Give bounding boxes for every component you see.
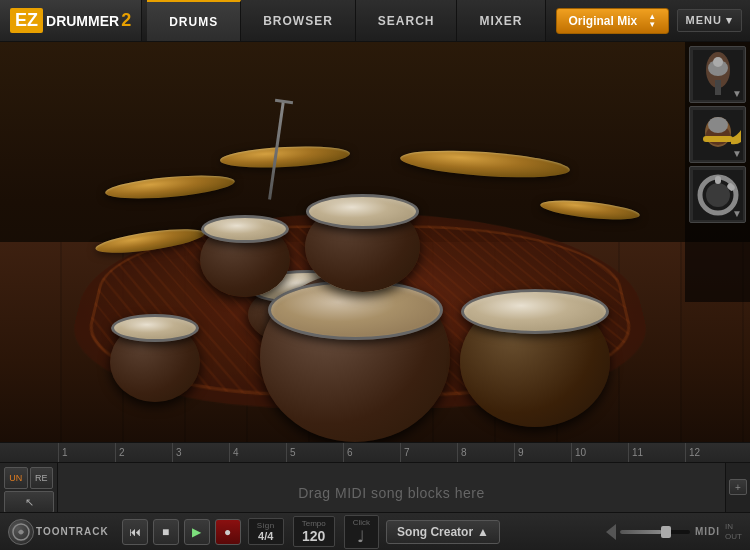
mix-name-label: Original Mix	[569, 14, 638, 28]
play-button[interactable]: ▶	[184, 519, 210, 545]
volume-control	[606, 524, 690, 540]
thumb-arrow-icon-2: ▼	[732, 148, 742, 159]
volume-thumb[interactable]	[661, 526, 671, 538]
app-logo: EZ DRUMMER 2	[0, 0, 142, 41]
tom1-head[interactable]	[201, 215, 289, 243]
tempo-display: Tempo 120	[293, 516, 335, 547]
svg-rect-9	[703, 136, 733, 142]
stop-button[interactable]: ■	[153, 519, 179, 545]
stop-icon: ■	[162, 525, 169, 539]
nav-tabs: DRUMS BROWSER SEARCH MIXER	[147, 0, 545, 41]
scroll-up-button[interactable]: +	[729, 479, 747, 495]
floor-tom-head[interactable]	[461, 289, 609, 334]
ride-cymbal[interactable]	[399, 146, 570, 182]
crash-cymbal-left[interactable]	[104, 171, 235, 202]
thumb-arrow-icon-3: ▼	[732, 208, 742, 219]
logo-2-text: 2	[121, 10, 131, 31]
ruler-mark-2: 2	[115, 443, 172, 463]
ruler-mark-4: 4	[229, 443, 286, 463]
select-icon: ↖	[25, 496, 34, 509]
volume-slider[interactable]	[620, 530, 690, 534]
song-creator-arrow-icon: ▲	[477, 525, 489, 539]
time-sig-label: Sign	[257, 521, 275, 530]
time-signature-display: Sign 4/4	[248, 518, 284, 545]
mix-selector[interactable]: Original Mix ▲ ▼	[556, 8, 670, 34]
click-label: Click	[353, 518, 370, 527]
record-icon: ●	[224, 525, 231, 539]
drum-kit-area: ▼ ▼ ▼	[0, 42, 750, 442]
crash-cymbal-center[interactable]	[220, 144, 351, 171]
crash-cymbal-right[interactable]	[539, 197, 640, 223]
time-sig-value: 4/4	[258, 530, 273, 542]
small-tom-head[interactable]	[111, 314, 199, 342]
ruler-mark-8: 8	[457, 443, 514, 463]
undo-redo-row: UN RE	[4, 467, 53, 489]
click-display[interactable]: Click ♩	[344, 515, 379, 549]
tab-search[interactable]: SEARCH	[356, 0, 458, 41]
thumb-arrow-icon: ▼	[732, 88, 742, 99]
ruler-mark-1: 1	[58, 443, 115, 463]
ruler-marks: 1 2 3 4 5 6 7 8 9 10 11 12	[58, 443, 742, 463]
tambourine-thumb[interactable]: ▼	[689, 166, 746, 223]
timeline-ruler: 1 2 3 4 5 6 7 8 9 10 11 12	[0, 443, 750, 463]
svg-point-3	[713, 57, 723, 67]
midi-in-label: IN	[725, 522, 742, 531]
logo-ez-text: EZ	[10, 8, 43, 33]
volume-left-arrow-icon[interactable]	[606, 524, 616, 540]
toontrack-logo: TOONTRACK	[8, 519, 109, 545]
midi-in-out: IN OUT	[725, 522, 742, 541]
trumpet-thumb[interactable]: ▼	[689, 106, 746, 163]
ruler-mark-6: 6	[343, 443, 400, 463]
redo-button[interactable]: RE	[30, 467, 54, 489]
svg-point-12	[706, 183, 730, 207]
svg-point-8	[708, 117, 728, 133]
top-navigation: EZ DRUMMER 2 DRUMS BROWSER SEARCH MIXER …	[0, 0, 750, 42]
song-creator-label: Song Creator	[397, 525, 473, 539]
ruler-mark-7: 7	[400, 443, 457, 463]
ruler-mark-10: 10	[571, 443, 628, 463]
ruler-mark-3: 3	[172, 443, 229, 463]
tab-drums[interactable]: DRUMS	[147, 0, 241, 41]
toontrack-circle-icon	[8, 519, 34, 545]
tab-mixer[interactable]: MIXER	[457, 0, 545, 41]
midi-out-label: OUT	[725, 532, 742, 541]
rewind-icon: ⏮	[129, 525, 141, 539]
tom2-head[interactable]	[306, 194, 419, 229]
ruler-mark-12: 12	[685, 443, 742, 463]
select-tool-button[interactable]: ↖	[4, 491, 54, 513]
menu-button[interactable]: MENU ▾	[677, 9, 742, 32]
tempo-label: Tempo	[302, 519, 326, 528]
ruler-mark-11: 11	[628, 443, 685, 463]
rewind-button[interactable]: ⏮	[122, 519, 148, 545]
song-creator-button[interactable]: Song Creator ▲	[386, 520, 500, 544]
volume-fill	[620, 530, 662, 534]
tab-browser[interactable]: BROWSER	[241, 0, 356, 41]
svg-rect-13	[715, 176, 721, 184]
overhead-thumb[interactable]: ▼	[689, 46, 746, 103]
tempo-value: 120	[302, 528, 325, 544]
play-icon: ▶	[192, 525, 201, 539]
undo-button[interactable]: UN	[4, 467, 28, 489]
mix-arrows: ▲ ▼	[648, 13, 656, 29]
record-button[interactable]: ●	[215, 519, 241, 545]
logo-drummer-text: DRUMMER	[46, 13, 119, 29]
svg-rect-4	[715, 80, 721, 95]
click-icon: ♩	[357, 527, 365, 546]
ruler-mark-9: 9	[514, 443, 571, 463]
instrument-thumbnails-panel: ▼ ▼ ▼	[685, 42, 750, 302]
transport-bar: TOONTRACK ⏮ ■ ▶ ● Sign 4/4 Tempo 120 Cli…	[0, 512, 750, 550]
drag-midi-label: Drag MIDI song blocks here	[298, 485, 485, 501]
midi-label: MIDI	[695, 526, 720, 537]
ruler-mark-5: 5	[286, 443, 343, 463]
toontrack-label: TOONTRACK	[36, 526, 109, 537]
